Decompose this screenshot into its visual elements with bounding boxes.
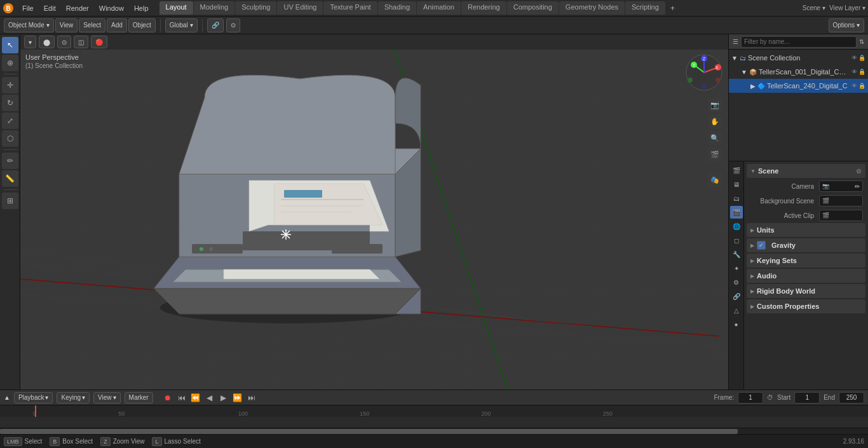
- menu-help[interactable]: Help: [130, 3, 153, 13]
- background-scene-value[interactable]: 🎬: [819, 195, 863, 207]
- tab-sculpting[interactable]: Sculpting: [235, 1, 276, 15]
- scene-collection-restrict-viewport[interactable]: 🔒: [858, 55, 865, 61]
- proportional-edit-button[interactable]: ⊙: [226, 18, 240, 32]
- hand-pan-btn[interactable]: ✋: [708, 114, 722, 128]
- tool-scale[interactable]: ⤢: [2, 112, 18, 129]
- outliner-row-scene-collection[interactable]: ▼ 🗂 Scene Collection 👁 🔒: [729, 51, 868, 65]
- prop-physics-icon[interactable]: ⚙: [730, 276, 743, 288]
- step-forward-btn[interactable]: ⏩: [232, 392, 243, 404]
- tab-layout[interactable]: Layout: [159, 1, 193, 15]
- gravity-section-header[interactable]: ▶ ✓ Gravity: [747, 238, 865, 252]
- scene-selector[interactable]: Scene ▾: [803, 4, 825, 11]
- active-clip-value[interactable]: 🎬: [819, 210, 863, 221]
- play-btn[interactable]: ▶: [218, 392, 229, 404]
- render-layer-btn[interactable]: 🎭: [708, 173, 722, 187]
- timeline-playhead[interactable]: [35, 405, 36, 417]
- prop-constraints-icon[interactable]: 🔗: [730, 290, 743, 302]
- scene-options-icon[interactable]: ⚙: [856, 168, 862, 175]
- record-btn[interactable]: ⏺: [162, 392, 173, 404]
- prop-view-layer-icon[interactable]: 🗂: [730, 192, 743, 205]
- prop-particles-icon[interactable]: ✦: [730, 262, 743, 275]
- timeline-scrollbar-thumb[interactable]: [0, 429, 738, 434]
- add-workspace-button[interactable]: +: [666, 1, 680, 15]
- viewport-overlay-btn[interactable]: ⊙: [57, 36, 71, 48]
- jump-end-btn[interactable]: ⏭: [246, 392, 257, 404]
- tab-compositing[interactable]: Compositing: [507, 1, 559, 15]
- tab-animation[interactable]: Animation: [417, 1, 461, 15]
- prop-render-icon[interactable]: 🎬: [730, 164, 743, 177]
- ts001-restrict-viewport[interactable]: 🔒: [858, 69, 865, 75]
- units-section-header[interactable]: ▶ Units: [747, 223, 865, 237]
- viewport-xray-btn[interactable]: ◫: [74, 36, 88, 48]
- jump-start-btn[interactable]: ⏮: [176, 392, 187, 404]
- tab-texture-paint[interactable]: Texture Paint: [323, 1, 377, 15]
- keying-dropdown[interactable]: Keying ▾: [57, 392, 90, 404]
- add-menu[interactable]: Add: [107, 18, 127, 32]
- menu-edit[interactable]: Edit: [39, 3, 60, 13]
- navigation-gizmo[interactable]: X Y Z: [685, 53, 723, 92]
- prop-material-icon[interactable]: ●: [730, 318, 743, 330]
- outliner-filter-icon[interactable]: ☰: [733, 38, 738, 45]
- marker-dropdown[interactable]: Marker: [125, 392, 153, 404]
- start-frame-input[interactable]: [794, 392, 820, 404]
- tab-shading[interactable]: Shading: [378, 1, 416, 15]
- tool-annotate[interactable]: ✏: [2, 153, 18, 169]
- menu-file[interactable]: File: [18, 3, 38, 13]
- outliner-row-tellerscanner-240[interactable]: ▶ 🔷 TellerScan_240_Digital_C 👁 🔒: [729, 79, 868, 93]
- prop-modifier-icon[interactable]: 🔧: [730, 248, 743, 261]
- tool-cursor[interactable]: ⊕: [2, 55, 18, 71]
- select-menu[interactable]: Select: [79, 18, 105, 32]
- timeline-view-dropdown[interactable]: View ▾: [93, 392, 121, 404]
- end-frame-input[interactable]: [839, 392, 864, 404]
- custom-props-header[interactable]: ▶ Custom Properties: [747, 299, 865, 313]
- timeline-track[interactable]: 0 50 100 150 200 250: [0, 405, 868, 428]
- current-frame-input[interactable]: [738, 392, 763, 404]
- prop-object-icon[interactable]: ◻: [730, 234, 743, 247]
- camera-picker-icon[interactable]: ✏: [855, 183, 860, 190]
- tool-add[interactable]: ⊞: [2, 193, 18, 209]
- snap-button[interactable]: 🔗: [207, 18, 224, 32]
- ts240-restrict-render[interactable]: 👁: [851, 83, 857, 89]
- options-dropdown[interactable]: Options ▾: [829, 18, 864, 32]
- mode-dropdown[interactable]: Object Mode ▾: [4, 18, 54, 32]
- menu-window[interactable]: Window: [95, 3, 128, 13]
- prop-output-icon[interactable]: 🖥: [730, 178, 743, 191]
- ts001-restrict-render[interactable]: 👁: [851, 69, 857, 75]
- menu-render[interactable]: Render: [62, 3, 93, 13]
- prop-scene-icon[interactable]: 🎬: [730, 206, 743, 219]
- camera-value[interactable]: 📷 ✏: [819, 180, 863, 192]
- outliner-sort-icon[interactable]: ⇅: [859, 38, 864, 45]
- view-menu[interactable]: View: [55, 18, 78, 32]
- tool-rotate[interactable]: ↻: [2, 95, 18, 111]
- camera-view-btn[interactable]: 📷: [708, 98, 722, 112]
- keying-sets-header[interactable]: ▶ Keying Sets: [747, 254, 865, 268]
- tab-uv-editing[interactable]: UV Editing: [277, 1, 323, 15]
- outliner-search-input[interactable]: [741, 36, 857, 48]
- ts240-restrict-viewport[interactable]: 🔒: [858, 83, 865, 89]
- timeline-expand-icon[interactable]: ▲: [4, 394, 10, 401]
- tab-modeling[interactable]: Modeling: [194, 1, 235, 15]
- object-menu[interactable]: Object: [128, 18, 156, 32]
- view-layer-selector[interactable]: View Layer ▾: [829, 4, 865, 11]
- transform-dropdown[interactable]: Global ▾: [165, 18, 198, 32]
- prop-object-data-icon[interactable]: △: [730, 304, 743, 316]
- tab-scripting[interactable]: Scripting: [625, 1, 665, 15]
- outliner-row-tellerscanner-001[interactable]: ▼ 📦 TellerScan_001_Digital_Check 👁 🔒: [729, 65, 868, 79]
- tool-measure[interactable]: 📏: [2, 170, 18, 187]
- tab-geometry-nodes[interactable]: Geometry Nodes: [559, 1, 625, 15]
- tab-rendering[interactable]: Rendering: [461, 1, 506, 15]
- audio-section-header[interactable]: ▶ Audio: [747, 269, 865, 283]
- viewport-shading-btn[interactable]: ⬤: [39, 36, 55, 48]
- tool-move[interactable]: ✛: [2, 77, 18, 93]
- prop-world-icon[interactable]: 🌐: [730, 220, 743, 233]
- tool-select[interactable]: ↖: [2, 37, 18, 53]
- viewport-render-preview-btn[interactable]: 🔴: [91, 36, 107, 48]
- playback-dropdown[interactable]: Playback ▾: [14, 392, 53, 404]
- render-btn[interactable]: 🎬: [708, 147, 722, 161]
- scene-collection-restrict-render[interactable]: 👁: [851, 55, 857, 61]
- step-back-btn[interactable]: ⏪: [190, 392, 201, 404]
- tool-transform[interactable]: ⬡: [2, 130, 18, 147]
- scene-section-header[interactable]: ▼ Scene ⚙: [747, 164, 865, 178]
- viewport-mode-btn[interactable]: ▾: [24, 36, 36, 48]
- 3d-viewport[interactable]: ▾ ⬤ ⊙ ◫ 🔴 User Perspective (1) Scene Col…: [20, 34, 728, 390]
